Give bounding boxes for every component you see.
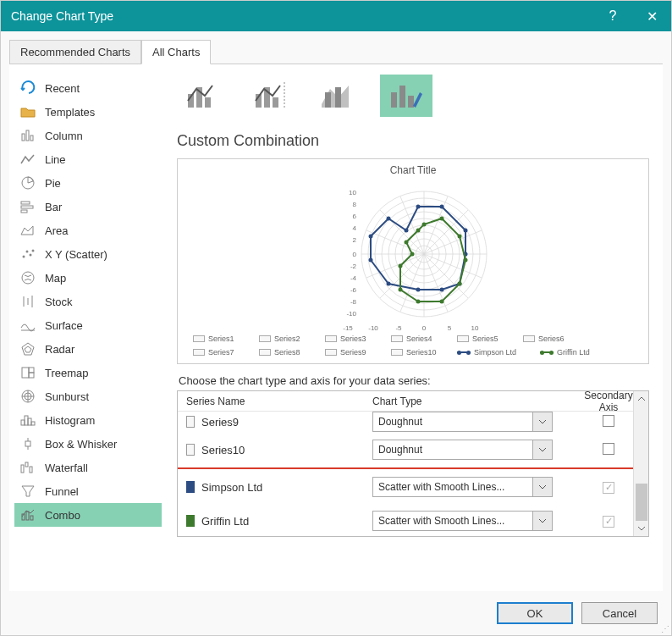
scroll-thumb[interactable] xyxy=(636,484,647,521)
table-row-griffin: Griffin Ltd Scatter with Smooth Lines... xyxy=(178,505,633,536)
svg-point-95 xyxy=(422,223,427,227)
svg-rect-4 xyxy=(21,202,30,204)
sidebar-item-waterfall[interactable]: Waterfall xyxy=(14,456,162,479)
help-button[interactable]: ? xyxy=(593,1,632,31)
series-name: Series10 xyxy=(201,444,245,456)
legend-series2: Series2 xyxy=(259,335,310,343)
svg-rect-2 xyxy=(30,135,33,141)
svg-point-94 xyxy=(405,229,409,233)
label: Templates xyxy=(45,106,95,119)
label: Bar xyxy=(45,201,62,213)
svg-point-7 xyxy=(23,256,25,258)
label: Box & Whisker xyxy=(45,438,117,451)
secondary-axis-checkbox[interactable] xyxy=(603,516,614,528)
tab-strip: Recommended Charts All Charts xyxy=(9,40,663,64)
svg-rect-45 xyxy=(335,87,341,108)
svg-point-105 xyxy=(405,241,409,245)
cancel-button[interactable]: Cancel xyxy=(581,602,658,624)
sidebar-item-stock[interactable]: Stock xyxy=(14,290,162,313)
chart-type-dropdown[interactable]: Scatter with Smooth Lines... xyxy=(372,511,533,531)
sidebar-item-combo[interactable]: Combo xyxy=(14,503,162,527)
secondary-axis-checkbox[interactable] xyxy=(603,482,614,494)
scroll-up-icon[interactable] xyxy=(636,393,647,405)
sidebar-item-bar[interactable]: Bar xyxy=(14,195,162,218)
svg-marker-15 xyxy=(22,343,34,355)
svg-point-11 xyxy=(22,272,34,284)
chevron-down-icon[interactable] xyxy=(532,412,553,432)
combo-subtype-3[interactable] xyxy=(312,75,365,117)
sidebar-item-area[interactable]: Area xyxy=(14,218,162,242)
sidebar-item-histogram[interactable]: Histogram xyxy=(14,408,162,432)
svg-point-98 xyxy=(464,258,468,263)
sidebar-item-treemap[interactable]: Treemap xyxy=(14,361,162,384)
label: Map xyxy=(45,272,66,285)
legend-simpson: Simpson Ltd xyxy=(457,348,525,357)
svg-rect-44 xyxy=(325,92,331,108)
sidebar-item-column[interactable]: Column xyxy=(14,124,162,147)
head-axis: Secondary Axis xyxy=(584,390,633,413)
sidebar-item-recent[interactable]: Recent xyxy=(14,76,162,100)
svg-point-8 xyxy=(26,251,29,253)
close-button[interactable]: ✕ xyxy=(632,1,671,31)
label: Radar xyxy=(45,343,74,356)
scroll-down-icon[interactable] xyxy=(636,523,647,534)
column-icon xyxy=(19,127,36,144)
legend-series6: Series6 xyxy=(523,335,574,343)
legend-series7: Series7 xyxy=(193,348,244,357)
sidebar-item-map[interactable]: Map xyxy=(14,266,162,290)
ok-button[interactable]: OK xyxy=(497,602,573,624)
svg-point-9 xyxy=(30,254,32,257)
sidebar-item-pie[interactable]: Pie xyxy=(14,171,162,195)
scrollbar[interactable] xyxy=(633,391,648,536)
sidebar-item-line[interactable]: Line xyxy=(14,147,162,171)
svg-text:8: 8 xyxy=(353,201,357,208)
svg-rect-47 xyxy=(399,86,405,108)
secondary-axis-checkbox[interactable] xyxy=(603,443,614,455)
recent-icon xyxy=(19,80,36,97)
resize-grip-icon[interactable]: ⋰ xyxy=(661,624,669,633)
sidebar-item-sunburst[interactable]: Sunburst xyxy=(14,384,162,408)
label: Histogram xyxy=(45,414,95,427)
svg-rect-35 xyxy=(26,512,29,520)
chevron-down-icon[interactable] xyxy=(532,477,553,497)
label: Combo xyxy=(45,509,80,522)
svg-text:2: 2 xyxy=(353,236,357,244)
sidebar-item-radar[interactable]: Radar xyxy=(14,337,162,361)
svg-rect-0 xyxy=(22,134,25,141)
svg-text:-6: -6 xyxy=(350,286,357,294)
svg-rect-5 xyxy=(21,206,33,208)
line-icon xyxy=(19,151,36,168)
tab-recommended[interactable]: Recommended Charts xyxy=(9,40,141,64)
sidebar-item-templates[interactable]: Templates xyxy=(14,100,162,124)
tab-content: Recent Templates Column Line Pie Bar Are… xyxy=(9,64,663,591)
svg-rect-17 xyxy=(22,368,29,378)
combo-subtype-custom[interactable] xyxy=(380,75,432,117)
label: Sunburst xyxy=(45,390,89,403)
sidebar-item-funnel[interactable]: Funnel xyxy=(14,479,162,503)
combo-subtype-2[interactable] xyxy=(245,75,297,117)
svg-rect-25 xyxy=(25,416,28,425)
svg-rect-1 xyxy=(26,130,29,141)
table-row-series9: Series9 Doughnut xyxy=(178,412,633,432)
svg-point-85 xyxy=(464,229,468,233)
svg-rect-42 xyxy=(273,97,278,108)
label: Treemap xyxy=(45,367,89,379)
dialog-footer: OK Cancel ⋰ xyxy=(1,591,671,635)
secondary-axis-checkbox[interactable] xyxy=(603,415,614,427)
svg-point-106 xyxy=(416,229,421,233)
label: Funnel xyxy=(45,485,79,498)
svg-text:-15: -15 xyxy=(343,324,353,332)
chevron-down-icon[interactable] xyxy=(532,511,553,531)
sidebar-item-scatter[interactable]: X Y (Scatter) xyxy=(14,242,162,266)
svg-point-101 xyxy=(416,300,421,304)
combo-subtype-1[interactable] xyxy=(177,75,229,117)
label: Line xyxy=(45,153,66,166)
tab-all-charts[interactable]: All Charts xyxy=(141,40,211,64)
chevron-down-icon[interactable] xyxy=(532,440,553,460)
chart-type-dropdown[interactable]: Doughnut xyxy=(372,440,533,460)
chart-type-dropdown[interactable]: Scatter with Smooth Lines... xyxy=(372,477,533,497)
sidebar-item-surface[interactable]: Surface xyxy=(14,313,162,337)
svg-point-104 xyxy=(410,252,415,257)
chart-type-dropdown[interactable]: Doughnut xyxy=(372,412,533,432)
sidebar-item-box-whisker[interactable]: Box & Whisker xyxy=(14,432,162,456)
